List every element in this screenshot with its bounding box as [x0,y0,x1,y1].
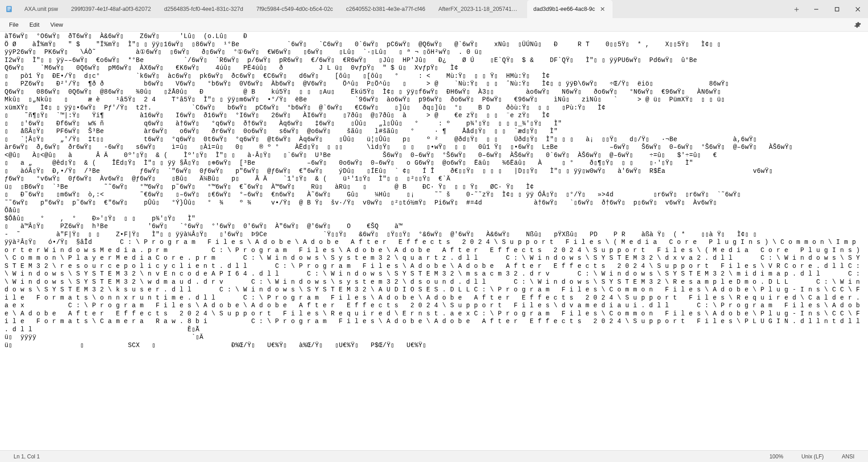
menu-file[interactable]: File [4,19,24,30]
tab-label: d2564835-fcf0-4ee1-831c-327d [164,6,243,12]
tab-0[interactable]: AXA.unit psw [18,0,65,18]
svg-rect-2 [7,9,11,10]
status-zoom[interactable]: 100% [760,453,793,460]
titlebar: AXA.unit psw 299f0397-4e1f-48af-a0f3-620… [0,0,868,18]
status-encoding[interactable]: ANSI [833,453,863,460]
status-position[interactable]: Ln 1, Col 1 [5,453,49,460]
tab-label: dad3d9b1-ee66-4ac8-9c [533,6,595,12]
svg-rect-5 [835,7,839,11]
tab-label: 299f0397-4e1f-48af-a0f3-62072 [71,6,151,12]
svg-rect-3 [7,10,9,11]
status-line-ending[interactable]: Unix (LF) [793,453,833,460]
settings-button[interactable] [851,21,864,29]
tab-6[interactable]: dad3d9b1-ee66-4ac8-9c ✕ [527,0,613,18]
tab-4[interactable]: c2640552-b381-4e3e-a77f-cf46 [340,0,432,18]
new-tab-button[interactable]: ＋ [788,0,806,18]
tab-2[interactable]: d2564835-fcf0-4ee1-831c-327d [158,0,250,18]
window-controls [806,0,868,18]
tab-label: AfterFX_2023-11-18_205741_TYR [439,6,520,12]
app-icon [0,0,18,18]
editor-content[interactable]: àT6wŸ▯ °O6wŸ▯ ðT6wŸ▯ À&6wŸ▯ Z6wŸ▯ 'Lû▯ (… [0,32,868,352]
tab-1[interactable]: 299f0397-4e1f-48af-a0f3-62072 [65,0,158,18]
tab-3[interactable]: 7f9c5984-c549-4d0c-b5c4-02c [250,0,340,18]
maximize-button[interactable] [826,0,847,18]
tab-5[interactable]: AfterFX_2023-11-18_205741_TYR [432,0,527,18]
menubar: File Edit View [0,18,868,32]
tab-label: AXA.unit psw [24,6,58,12]
tab-label: 7f9c5984-c549-4d0c-b5c4-02c [256,6,333,12]
gear-icon [854,21,861,29]
tab-label: c2640552-b381-4e3e-a77f-cf46 [346,6,425,12]
statusbar: Ln 1, Col 1 100% Unix (LF) ANSI [0,450,868,462]
editor-viewport[interactable]: àT6wŸ▯ °O6wŸ▯ ðT6wŸ▯ À&6wŸ▯ Z6wŸ▯ 'Lû▯ (… [0,32,868,450]
minimize-button[interactable] [806,0,826,18]
close-icon[interactable]: ✕ [599,6,606,12]
menu-view[interactable]: View [45,19,68,30]
tab-strip: AXA.unit psw 299f0397-4e1f-48af-a0f3-620… [18,0,788,18]
svg-rect-1 [7,7,11,8]
menu-edit[interactable]: Edit [24,19,45,30]
close-window-button[interactable] [847,0,868,18]
